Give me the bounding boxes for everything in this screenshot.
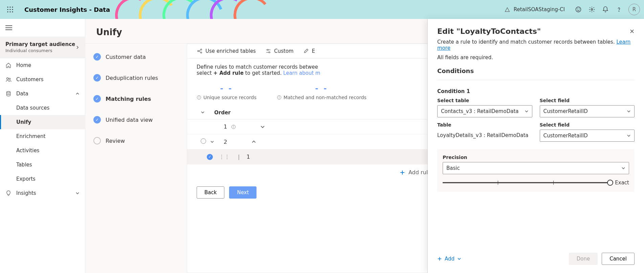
desc-text: select	[197, 70, 213, 76]
user-avatar[interactable]: R	[628, 4, 640, 15]
app-title[interactable]: Customer Insights - Data	[24, 6, 110, 13]
svg-point-9	[576, 7, 581, 12]
step-matching[interactable]: Matching rules	[93, 95, 179, 103]
step-dedup[interactable]: Deduplication rules	[93, 74, 179, 82]
settings-icon[interactable]	[585, 3, 599, 16]
stat-label: Matched and non-matched records	[277, 95, 367, 100]
step-label: Matching rules	[106, 96, 151, 102]
back-button[interactable]: Back	[197, 186, 224, 199]
panel-sub-text: Create a rule to identify and match cust…	[437, 39, 616, 45]
desc-text: + Add rule	[213, 70, 244, 76]
step-pending-icon	[93, 137, 101, 144]
row-order: 1	[224, 123, 227, 130]
help-icon[interactable]	[612, 3, 626, 16]
nav-enrichment[interactable]: Enrichment	[0, 129, 85, 143]
stat-matched: - - Matched and non-matched records	[277, 84, 367, 100]
select-table-1[interactable]: Contacts_v3 : RetailDemoData	[437, 105, 532, 117]
label-select-field-2: Select field	[540, 122, 635, 128]
nav-activities[interactable]: Activities	[0, 143, 85, 158]
required-note: All fields are required.	[437, 54, 635, 61]
stat-unique: - - Unique source records	[197, 84, 257, 100]
info-icon[interactable]	[231, 124, 236, 129]
feedback-icon[interactable]	[572, 3, 585, 16]
wizard-steps: Customer data Deduplication rules Matchi…	[85, 44, 187, 273]
step-done-icon	[93, 95, 101, 103]
tool-enriched-tables[interactable]: Use enriched tables	[197, 48, 256, 54]
select-value: CustomerRetailID	[543, 133, 588, 139]
chevron-down-icon[interactable]	[260, 124, 265, 129]
select-field-1[interactable]: CustomerRetailID	[540, 105, 635, 117]
nav-customers[interactable]: Customers	[0, 72, 85, 87]
svg-point-21	[201, 49, 202, 50]
row-order: 2	[224, 139, 227, 145]
nav-home[interactable]: Home	[0, 58, 85, 72]
tool-custom[interactable]: Custom	[265, 48, 293, 54]
close-icon[interactable]: ✕	[629, 28, 635, 35]
nav-unify-label: Unify	[16, 119, 31, 125]
nav-data-sources[interactable]: Data sources	[0, 101, 85, 115]
svg-point-2	[12, 6, 13, 7]
svg-point-11	[579, 9, 579, 9]
precision-section: Precision Basic Exact	[437, 149, 635, 192]
divider	[437, 80, 635, 80]
desc-text: Define rules to match customer records b…	[197, 64, 318, 70]
app-launcher-icon[interactable]	[4, 3, 16, 16]
audience-subtitle: Individual consumers	[5, 48, 75, 53]
step-review[interactable]: Review	[93, 137, 179, 144]
plus-icon	[437, 256, 442, 261]
left-nav: Primary target audience Individual consu…	[0, 19, 85, 273]
plus-icon	[400, 170, 405, 175]
precision-slider[interactable]	[443, 179, 610, 186]
chevron-down-icon[interactable]	[201, 110, 205, 114]
environment-picker[interactable]: RetailSOAStaging-CI	[504, 6, 565, 13]
tool-edit[interactable]: E	[303, 48, 315, 54]
svg-point-26	[269, 52, 270, 53]
panel-title: Edit "LoyaltyToContacts"	[437, 27, 541, 36]
chevron-down-icon	[525, 109, 529, 113]
nav-tables[interactable]: Tables	[0, 158, 85, 172]
notifications-icon[interactable]	[599, 3, 612, 16]
tool-label: Use enriched tables	[205, 48, 256, 54]
add-label: Add	[445, 256, 454, 262]
condition-1-heading: Condition 1	[437, 88, 635, 94]
select-value: Basic	[446, 165, 460, 171]
add-condition-menu[interactable]: Add	[437, 256, 461, 262]
next-button[interactable]: Next	[229, 186, 257, 199]
info-icon[interactable]	[197, 95, 201, 100]
slider-thumb[interactable]	[607, 180, 613, 186]
svg-point-18	[9, 78, 10, 79]
done-button[interactable]: Done	[569, 253, 598, 265]
tool-label: E	[312, 48, 315, 54]
nav-tables-label: Tables	[16, 162, 32, 168]
nav-unify[interactable]: Unify	[0, 115, 85, 129]
svg-point-20	[198, 50, 199, 52]
svg-point-32	[279, 96, 279, 97]
learn-link[interactable]: Learn about m	[283, 70, 320, 76]
drag-handle-icon[interactable]: ⋮⋮	[219, 154, 230, 160]
step-unified-view[interactable]: Unified data view	[93, 116, 179, 123]
table-2-static: LoyaltyDetails_v3 : RetailDemoData	[437, 130, 532, 138]
select-field-2[interactable]: CustomerRetailID	[540, 130, 635, 142]
nav-data[interactable]: Data	[0, 87, 85, 101]
nav-exports[interactable]: Exports	[0, 172, 85, 186]
data-icon	[5, 91, 12, 97]
svg-point-19	[7, 91, 10, 93]
cancel-button[interactable]: Cancel	[602, 253, 635, 265]
insights-icon	[5, 190, 12, 196]
nav-collapse-icon[interactable]	[0, 19, 85, 37]
nav-exports-label: Exports	[16, 176, 36, 182]
audience-selector[interactable]: Primary target audience Individual consu…	[0, 37, 85, 58]
desc-text: to get started.	[244, 70, 283, 76]
select-precision[interactable]: Basic	[443, 162, 629, 174]
step-label: Review	[106, 138, 125, 144]
svg-point-13	[619, 11, 619, 11]
rule-ok-icon	[207, 154, 213, 160]
step-done-icon	[93, 74, 101, 82]
chevron-up-icon[interactable]	[251, 139, 256, 144]
radio-icon[interactable]	[201, 138, 206, 144]
info-icon[interactable]	[277, 95, 282, 100]
step-customer-data[interactable]: Customer data	[93, 53, 179, 61]
chevron-down-icon[interactable]	[210, 140, 214, 144]
step-done-icon	[93, 116, 101, 123]
nav-insights[interactable]: Insights	[0, 186, 85, 200]
